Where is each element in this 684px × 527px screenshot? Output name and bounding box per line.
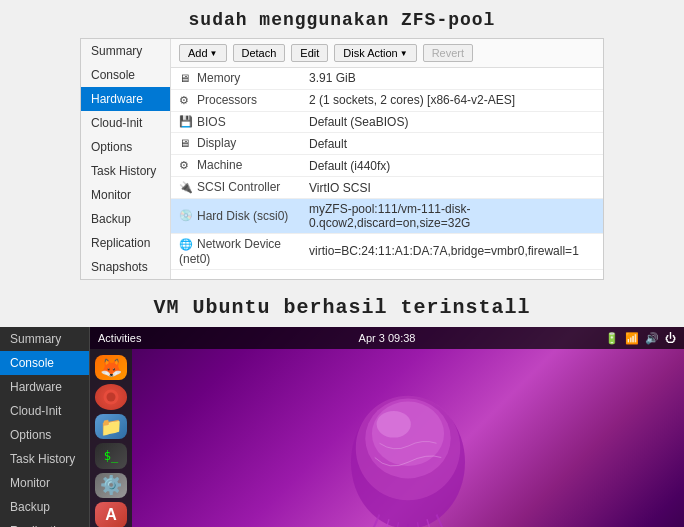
revert-button[interactable]: Revert bbox=[423, 44, 473, 62]
hw-row-name: 🌐Network Device (net0) bbox=[171, 233, 301, 269]
hw-row-value: Default bbox=[301, 133, 603, 155]
dock-firefox[interactable]: 🦊 bbox=[95, 355, 127, 380]
ubuntu-dock: 🦊 📁 $_ ⚙️ A ? 📷 ⊞ bbox=[90, 349, 132, 527]
hw-row-name: ⚙Machine bbox=[171, 155, 301, 177]
volume-icon: 🔊 bbox=[645, 332, 659, 345]
ubuntu-desktop: Activities Apr 3 09:38 🔋 📶 🔊 ⏻ 🦊 📁 $_ bbox=[90, 327, 684, 527]
hardware-table: 🖥Memory 3.91 GiB ⚙Processors 2 (1 socket… bbox=[171, 68, 603, 270]
svg-point-1 bbox=[107, 393, 116, 402]
sidebar-item-summary[interactable]: Summary bbox=[81, 39, 170, 63]
add-caret-icon: ▼ bbox=[210, 49, 218, 58]
hw-row-name: 💿Hard Disk (scsi0) bbox=[171, 198, 301, 233]
hw-icon: 🌐 bbox=[179, 238, 193, 252]
sidebar-item-monitor[interactable]: Monitor bbox=[81, 183, 170, 207]
add-button[interactable]: Add ▼ bbox=[179, 44, 227, 62]
topbar-date: Apr 3 09:38 bbox=[359, 332, 416, 344]
hw-row-name: 🖥Display bbox=[171, 133, 301, 155]
disk-action-button[interactable]: Disk Action ▼ bbox=[334, 44, 416, 62]
svg-point-6 bbox=[377, 410, 411, 437]
bottom-section: Summary Console Hardware Cloud-Init Opti… bbox=[0, 327, 684, 527]
hw-row-value: Default (i440fx) bbox=[301, 155, 603, 177]
hw-row-value: virtio=BC:24:11:A1:DA:7A,bridge=vmbr0,fi… bbox=[301, 233, 603, 269]
hw-icon: 🖥 bbox=[179, 72, 193, 86]
jellyfish-area bbox=[132, 349, 684, 527]
middle-title: VM Ubuntu berhasil terinstall bbox=[0, 286, 684, 327]
sidebar-bottom-backup[interactable]: Backup bbox=[0, 495, 89, 519]
hw-icon: 💿 bbox=[179, 209, 193, 223]
toolbar-top: Add ▼ Detach Edit Disk Action ▼ Revert bbox=[171, 39, 603, 68]
sidebar-bottom-cloud-init[interactable]: Cloud-Init bbox=[0, 399, 89, 423]
sidebar-bottom-summary[interactable]: Summary bbox=[0, 327, 89, 351]
hw-row-value: VirtIO SCSI bbox=[301, 177, 603, 199]
console-area[interactable]: Activities Apr 3 09:38 🔋 📶 🔊 ⏻ 🦊 📁 $_ bbox=[90, 327, 684, 527]
sidebar-item-task-history[interactable]: Task History bbox=[81, 159, 170, 183]
dock-files[interactable]: 📁 bbox=[95, 414, 127, 439]
topbar-right: 🔋 📶 🔊 ⏻ bbox=[605, 332, 676, 345]
activities-label[interactable]: Activities bbox=[98, 332, 141, 344]
hw-row-value: myZFS-pool:111/vm-111-disk-0.qcow2,disca… bbox=[301, 198, 603, 233]
hw-icon: 🔌 bbox=[179, 181, 193, 195]
top-title: sudah menggunakan ZFS-pool bbox=[0, 10, 684, 30]
table-row[interactable]: 🌐Network Device (net0) virtio=BC:24:11:A… bbox=[171, 233, 603, 269]
disk-action-caret-icon: ▼ bbox=[400, 49, 408, 58]
sidebar-bottom: Summary Console Hardware Cloud-Init Opti… bbox=[0, 327, 90, 527]
edit-button[interactable]: Edit bbox=[291, 44, 328, 62]
hw-row-name: 🖥Memory bbox=[171, 68, 301, 89]
dock-settings[interactable]: ⚙️ bbox=[95, 473, 127, 498]
hw-row-name: 🔌SCSI Controller bbox=[171, 177, 301, 199]
sidebar-bottom-task-history[interactable]: Task History bbox=[0, 447, 89, 471]
sidebar-item-hardware[interactable]: Hardware bbox=[81, 87, 170, 111]
sidebar-item-options[interactable]: Options bbox=[81, 135, 170, 159]
hw-row-name: 💾BIOS bbox=[171, 111, 301, 133]
jellyfish-svg bbox=[318, 391, 498, 528]
sidebar-item-backup[interactable]: Backup bbox=[81, 207, 170, 231]
table-row[interactable]: 🖥Memory 3.91 GiB bbox=[171, 68, 603, 89]
dock-terminal[interactable]: $_ bbox=[95, 443, 127, 468]
hw-row-value: Default (SeaBIOS) bbox=[301, 111, 603, 133]
power-icon: ⏻ bbox=[665, 332, 676, 344]
hw-row-value: 2 (1 sockets, 2 cores) [x86-64-v2-AES] bbox=[301, 89, 603, 111]
sidebar-bottom-hardware[interactable]: Hardware bbox=[0, 375, 89, 399]
topbar-left: Activities bbox=[98, 332, 141, 344]
sidebar-item-cloud-init[interactable]: Cloud-Init bbox=[81, 111, 170, 135]
top-section: sudah menggunakan ZFS-pool Summary Conso… bbox=[0, 0, 684, 286]
dock-appstore[interactable]: A bbox=[95, 502, 127, 527]
hw-row-name: ⚙Processors bbox=[171, 89, 301, 111]
sidebar-top: Summary Console Hardware Cloud-Init Opti… bbox=[81, 39, 171, 279]
hw-row-value: 3.91 GiB bbox=[301, 68, 603, 89]
vm-panel-top: Summary Console Hardware Cloud-Init Opti… bbox=[80, 38, 604, 280]
dock-circle-red[interactable] bbox=[95, 384, 127, 409]
table-row[interactable]: 🖥Display Default bbox=[171, 133, 603, 155]
sidebar-bottom-monitor[interactable]: Monitor bbox=[0, 471, 89, 495]
main-content-top: Add ▼ Detach Edit Disk Action ▼ Revert bbox=[171, 39, 603, 279]
detach-button[interactable]: Detach bbox=[233, 44, 286, 62]
hw-icon: 💾 bbox=[179, 115, 193, 129]
sidebar-bottom-replication[interactable]: Replication bbox=[0, 519, 89, 527]
sidebar-item-snapshots[interactable]: Snapshots bbox=[81, 255, 170, 279]
battery-icon: 🔋 bbox=[605, 332, 619, 345]
sidebar-bottom-console[interactable]: Console bbox=[0, 351, 89, 375]
table-row[interactable]: 💾BIOS Default (SeaBIOS) bbox=[171, 111, 603, 133]
hw-icon: ⚙ bbox=[179, 94, 193, 108]
wifi-icon: 📶 bbox=[625, 332, 639, 345]
table-row[interactable]: ⚙Machine Default (i440fx) bbox=[171, 155, 603, 177]
sidebar-item-console[interactable]: Console bbox=[81, 63, 170, 87]
hw-icon: ⚙ bbox=[179, 159, 193, 173]
hw-icon: 🖥 bbox=[179, 137, 193, 151]
table-row[interactable]: 💿Hard Disk (scsi0) myZFS-pool:111/vm-111… bbox=[171, 198, 603, 233]
table-row[interactable]: ⚙Processors 2 (1 sockets, 2 cores) [x86-… bbox=[171, 89, 603, 111]
sidebar-bottom-options[interactable]: Options bbox=[0, 423, 89, 447]
sidebar-item-replication[interactable]: Replication bbox=[81, 231, 170, 255]
table-row[interactable]: 🔌SCSI Controller VirtIO SCSI bbox=[171, 177, 603, 199]
ubuntu-topbar: Activities Apr 3 09:38 🔋 📶 🔊 ⏻ bbox=[90, 327, 684, 349]
